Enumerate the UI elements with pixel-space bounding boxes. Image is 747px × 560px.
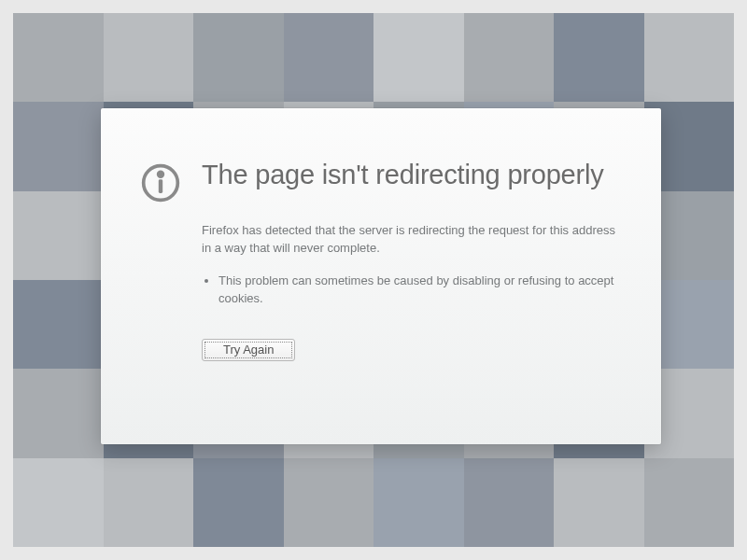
error-page-background: The page isn't redirecting properly Fire…	[13, 13, 734, 547]
error-panel: The page isn't redirecting properly Fire…	[101, 108, 661, 444]
svg-rect-2	[159, 179, 162, 193]
error-suggestions-list: This problem can sometimes be caused by …	[202, 273, 622, 308]
error-description: Firefox has detected that the server is …	[202, 222, 622, 258]
error-suggestion-item: This problem can sometimes be caused by …	[218, 273, 622, 308]
svg-point-1	[159, 172, 163, 176]
info-icon	[140, 162, 181, 203]
try-again-button[interactable]: Try Again	[202, 339, 295, 361]
error-title: The page isn't redirecting properly	[202, 159, 604, 191]
